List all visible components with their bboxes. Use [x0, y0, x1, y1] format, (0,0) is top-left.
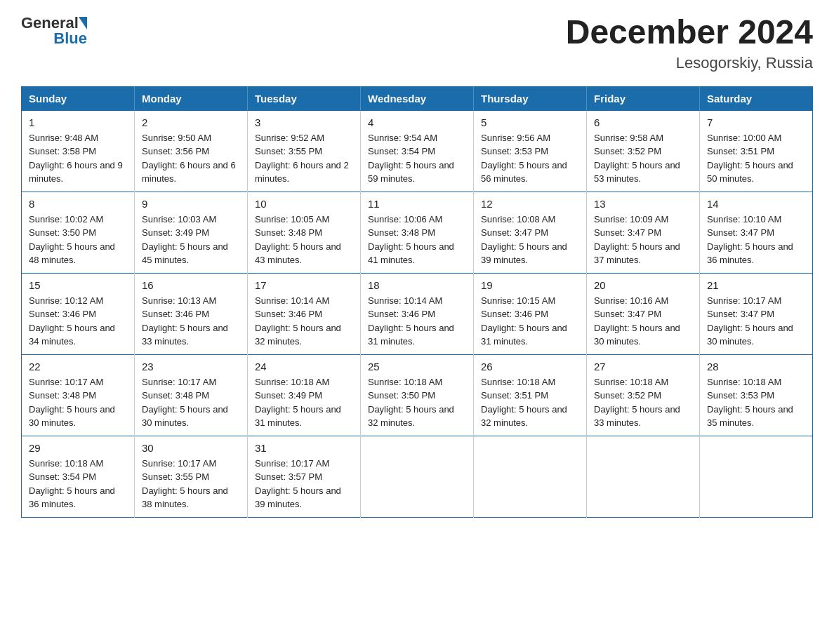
calendar-cell [700, 436, 813, 517]
day-info: Sunrise: 10:18 AMSunset: 3:50 PMDaylight… [368, 375, 466, 430]
calendar-cell: 21Sunrise: 10:17 AMSunset: 3:47 PMDaylig… [700, 273, 813, 354]
day-number: 23 [142, 361, 240, 373]
day-number: 30 [142, 442, 240, 454]
day-number: 15 [29, 279, 127, 291]
weekday-header-monday: Monday [135, 86, 248, 110]
day-info: Sunrise: 10:14 AMSunset: 3:46 PMDaylight… [255, 294, 353, 349]
day-number: 11 [368, 198, 466, 210]
day-info: Sunrise: 10:08 AMSunset: 3:47 PMDaylight… [481, 213, 579, 267]
day-number: 27 [594, 361, 692, 373]
day-number: 26 [481, 361, 579, 373]
calendar-week-1: 1Sunrise: 9:48 AMSunset: 3:58 PMDaylight… [22, 110, 813, 192]
calendar-subtitle: Lesogorskiy, Russia [566, 54, 813, 72]
logo-arrow-icon [79, 17, 87, 29]
calendar-cell [587, 436, 700, 517]
day-info: Sunrise: 10:03 AMSunset: 3:49 PMDaylight… [142, 213, 240, 267]
calendar-cell: 19Sunrise: 10:15 AMSunset: 3:46 PMDaylig… [474, 273, 587, 354]
calendar-cell: 24Sunrise: 10:18 AMSunset: 3:49 PMDaylig… [248, 354, 361, 436]
calendar-cell: 1Sunrise: 9:48 AMSunset: 3:58 PMDaylight… [22, 110, 135, 192]
day-number: 4 [368, 116, 466, 128]
day-info: Sunrise: 10:18 AMSunset: 3:49 PMDaylight… [255, 375, 353, 430]
day-number: 31 [255, 442, 353, 454]
calendar-cell [474, 436, 587, 517]
day-number: 7 [707, 116, 805, 128]
day-number: 19 [481, 279, 579, 291]
calendar-cell: 8Sunrise: 10:02 AMSunset: 3:50 PMDayligh… [22, 192, 135, 273]
day-number: 29 [29, 442, 127, 454]
day-info: Sunrise: 9:48 AMSunset: 3:58 PMDaylight:… [29, 131, 127, 186]
day-info: Sunrise: 10:17 AMSunset: 3:55 PMDaylight… [142, 457, 240, 511]
weekday-header-saturday: Saturday [700, 86, 813, 110]
day-number: 1 [29, 116, 127, 128]
weekday-header-sunday: Sunday [22, 86, 135, 110]
day-info: Sunrise: 10:16 AMSunset: 3:47 PMDaylight… [594, 294, 692, 349]
calendar-cell: 27Sunrise: 10:18 AMSunset: 3:52 PMDaylig… [587, 354, 700, 436]
day-number: 22 [29, 361, 127, 373]
day-number: 3 [255, 116, 353, 128]
day-info: Sunrise: 10:02 AMSunset: 3:50 PMDaylight… [29, 213, 127, 267]
day-info: Sunrise: 10:17 AMSunset: 3:48 PMDaylight… [29, 375, 127, 430]
calendar-week-5: 29Sunrise: 10:18 AMSunset: 3:54 PMDaylig… [22, 436, 813, 517]
calendar-cell: 14Sunrise: 10:10 AMSunset: 3:47 PMDaylig… [700, 192, 813, 273]
day-info: Sunrise: 10:14 AMSunset: 3:46 PMDaylight… [368, 294, 466, 349]
weekday-header-thursday: Thursday [474, 86, 587, 110]
day-number: 24 [255, 361, 353, 373]
day-info: Sunrise: 9:56 AMSunset: 3:53 PMDaylight:… [481, 131, 579, 186]
day-number: 12 [481, 198, 579, 210]
calendar-cell: 23Sunrise: 10:17 AMSunset: 3:48 PMDaylig… [135, 354, 248, 436]
day-info: Sunrise: 10:10 AMSunset: 3:47 PMDaylight… [707, 213, 805, 267]
calendar-week-2: 8Sunrise: 10:02 AMSunset: 3:50 PMDayligh… [22, 192, 813, 273]
calendar-cell: 6Sunrise: 9:58 AMSunset: 3:52 PMDaylight… [587, 110, 700, 192]
calendar-cell: 30Sunrise: 10:17 AMSunset: 3:55 PMDaylig… [135, 436, 248, 517]
day-number: 8 [29, 198, 127, 210]
day-info: Sunrise: 10:00 AMSunset: 3:51 PMDaylight… [707, 131, 805, 186]
calendar-cell: 13Sunrise: 10:09 AMSunset: 3:47 PMDaylig… [587, 192, 700, 273]
day-number: 9 [142, 198, 240, 210]
calendar-cell: 20Sunrise: 10:16 AMSunset: 3:47 PMDaylig… [587, 273, 700, 354]
calendar-cell: 25Sunrise: 10:18 AMSunset: 3:50 PMDaylig… [361, 354, 474, 436]
day-info: Sunrise: 10:18 AMSunset: 3:54 PMDaylight… [29, 457, 127, 511]
day-info: Sunrise: 10:18 AMSunset: 3:53 PMDaylight… [707, 375, 805, 430]
calendar-table: SundayMondayTuesdayWednesdayThursdayFrid… [21, 86, 813, 518]
calendar-cell: 11Sunrise: 10:06 AMSunset: 3:48 PMDaylig… [361, 192, 474, 273]
calendar-cell: 17Sunrise: 10:14 AMSunset: 3:46 PMDaylig… [248, 273, 361, 354]
day-info: Sunrise: 10:05 AMSunset: 3:48 PMDaylight… [255, 213, 353, 267]
day-number: 28 [707, 361, 805, 373]
day-info: Sunrise: 10:06 AMSunset: 3:48 PMDaylight… [368, 213, 466, 267]
calendar-cell: 28Sunrise: 10:18 AMSunset: 3:53 PMDaylig… [700, 354, 813, 436]
day-info: Sunrise: 10:17 AMSunset: 3:57 PMDaylight… [255, 457, 353, 511]
day-info: Sunrise: 9:50 AMSunset: 3:56 PMDaylight:… [142, 131, 240, 186]
day-number: 14 [707, 198, 805, 210]
calendar-cell: 22Sunrise: 10:17 AMSunset: 3:48 PMDaylig… [22, 354, 135, 436]
calendar-cell: 7Sunrise: 10:00 AMSunset: 3:51 PMDayligh… [700, 110, 813, 192]
calendar-cell: 12Sunrise: 10:08 AMSunset: 3:47 PMDaylig… [474, 192, 587, 273]
calendar-cell: 16Sunrise: 10:13 AMSunset: 3:46 PMDaylig… [135, 273, 248, 354]
day-number: 16 [142, 279, 240, 291]
calendar-header-row: SundayMondayTuesdayWednesdayThursdayFrid… [22, 86, 813, 110]
calendar-cell: 10Sunrise: 10:05 AMSunset: 3:48 PMDaylig… [248, 192, 361, 273]
day-number: 21 [707, 279, 805, 291]
calendar-cell: 4Sunrise: 9:54 AMSunset: 3:54 PMDaylight… [361, 110, 474, 192]
weekday-header-tuesday: Tuesday [248, 86, 361, 110]
day-number: 5 [481, 116, 579, 128]
weekday-header-wednesday: Wednesday [361, 86, 474, 110]
day-info: Sunrise: 10:18 AMSunset: 3:51 PMDaylight… [481, 375, 579, 430]
calendar-cell: 31Sunrise: 10:17 AMSunset: 3:57 PMDaylig… [248, 436, 361, 517]
day-info: Sunrise: 9:58 AMSunset: 3:52 PMDaylight:… [594, 131, 692, 186]
calendar-cell: 9Sunrise: 10:03 AMSunset: 3:49 PMDayligh… [135, 192, 248, 273]
day-info: Sunrise: 9:52 AMSunset: 3:55 PMDaylight:… [255, 131, 353, 186]
day-number: 13 [594, 198, 692, 210]
calendar-cell: 26Sunrise: 10:18 AMSunset: 3:51 PMDaylig… [474, 354, 587, 436]
day-number: 25 [368, 361, 466, 373]
day-number: 10 [255, 198, 353, 210]
day-info: Sunrise: 10:18 AMSunset: 3:52 PMDaylight… [594, 375, 692, 430]
day-number: 6 [594, 116, 692, 128]
calendar-cell: 18Sunrise: 10:14 AMSunset: 3:46 PMDaylig… [361, 273, 474, 354]
calendar-cell: 2Sunrise: 9:50 AMSunset: 3:56 PMDaylight… [135, 110, 248, 192]
day-number: 2 [142, 116, 240, 128]
calendar-cell [361, 436, 474, 517]
day-info: Sunrise: 10:17 AMSunset: 3:48 PMDaylight… [142, 375, 240, 430]
calendar-cell: 29Sunrise: 10:18 AMSunset: 3:54 PMDaylig… [22, 436, 135, 517]
calendar-cell: 3Sunrise: 9:52 AMSunset: 3:55 PMDaylight… [248, 110, 361, 192]
day-number: 20 [594, 279, 692, 291]
